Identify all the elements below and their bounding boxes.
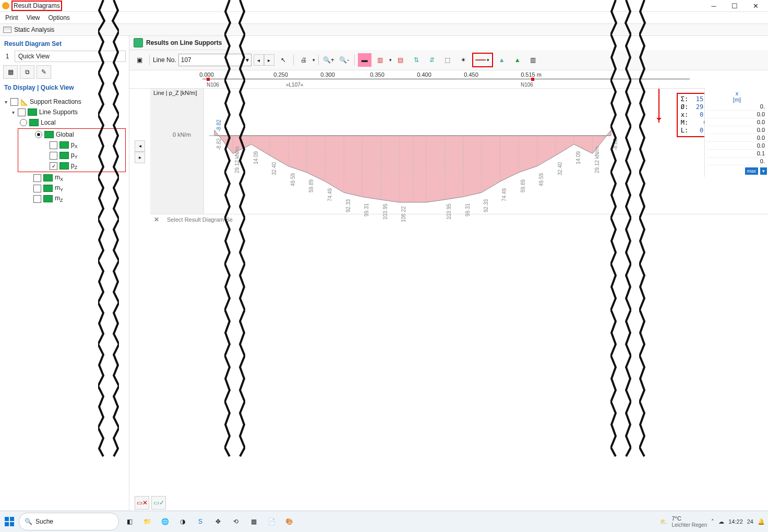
notepad-button[interactable]: 📄	[264, 514, 279, 529]
pick-line-button[interactable]: ↖	[277, 53, 290, 67]
delete-button[interactable]: ▭✕	[135, 496, 149, 510]
taskbar-search[interactable]: 🔍Suche	[19, 513, 119, 530]
cb-my[interactable]	[33, 185, 41, 192]
menu-options[interactable]: Options	[48, 14, 69, 21]
radio-local[interactable]	[20, 119, 27, 126]
tree-local[interactable]: Local	[41, 119, 56, 126]
tool-table[interactable]: ▥	[526, 53, 540, 67]
data-cell[interactable]: 0.0	[707, 118, 767, 126]
tree-mz[interactable]: mZ	[55, 195, 63, 203]
tree-line-supports[interactable]: Line Supports	[39, 108, 78, 116]
data-cell[interactable]: 0.	[707, 158, 767, 165]
minimize-button[interactable]: ─	[703, 0, 724, 11]
tree-support-reactions[interactable]: Support Reactions	[30, 98, 81, 105]
edit-set-button[interactable]: ✎	[37, 65, 51, 79]
tool-dist-4[interactable]: ✶	[457, 53, 470, 67]
app-1[interactable]: ◑	[175, 514, 190, 529]
tool-generic-1[interactable]: ▣	[133, 53, 146, 67]
close-plot-button[interactable]: ✕	[150, 214, 163, 225]
maximize-button[interactable]: ☐	[724, 0, 745, 11]
select-hint[interactable]: Select Result Diagram Se	[163, 214, 237, 225]
tool-hatch[interactable]: ▥	[374, 53, 387, 67]
ruler-t2: 0.350	[370, 71, 385, 78]
mx-icon	[43, 174, 53, 182]
snagit-button[interactable]: S	[193, 514, 208, 529]
cb-px[interactable]	[50, 141, 57, 149]
line-no-combo[interactable]: 107▾	[178, 54, 251, 66]
value-label: 74.49	[501, 188, 507, 201]
my-icon	[43, 185, 53, 192]
tool-dist-1[interactable]: ⇅	[410, 53, 423, 67]
ruler-t0: 0.250	[273, 71, 288, 78]
app-2[interactable]: ▦	[246, 514, 261, 529]
set-prev[interactable]: ◂	[135, 140, 145, 152]
ruler-t3: 0.400	[417, 71, 431, 78]
value-label: 99.31	[364, 203, 369, 216]
menu-view[interactable]: View	[27, 14, 40, 21]
ruler-t1: 0.300	[320, 71, 335, 78]
tool-hatch2[interactable]: ▤	[394, 53, 407, 67]
copy-set-button[interactable]: ⧉	[20, 65, 34, 79]
svg-rect-26	[5, 522, 9, 526]
data-cell[interactable]: 0.0	[707, 111, 767, 118]
edge-button[interactable]: 🌐	[158, 514, 172, 529]
tree-py[interactable]: pY	[71, 151, 78, 160]
py-icon	[59, 152, 69, 159]
line-no-label: Line No.	[153, 56, 176, 64]
new-set-button[interactable]: ▦	[3, 65, 18, 79]
max-button[interactable]: max	[745, 167, 758, 175]
tool-color-1[interactable]: ▬	[358, 53, 371, 67]
notifications-icon[interactable]: 🔔	[758, 518, 765, 525]
filter-button[interactable]: ▾	[760, 167, 767, 175]
close-button[interactable]: ✕	[745, 0, 766, 11]
next-line-button[interactable]: ▸	[264, 54, 274, 66]
weather-icon[interactable]: ⛅	[660, 518, 667, 525]
zoom-out-button[interactable]: 🔍-	[338, 53, 351, 67]
cb-mx[interactable]	[33, 174, 41, 182]
tool-dist-3[interactable]: ⬚	[441, 53, 454, 67]
tree-mx[interactable]: mX	[55, 174, 63, 182]
data-cell[interactable]: 0.	[707, 103, 767, 111]
plot-area[interactable]: 0 kN/m Σ: 15.000 kN Ø: 29.12 kN/m x: 0.2…	[204, 89, 768, 214]
global-icon	[44, 131, 54, 138]
cb-py[interactable]	[50, 152, 57, 160]
tray-chevron[interactable]: ˄	[711, 518, 714, 525]
prev-line-button[interactable]: ◂	[254, 54, 264, 66]
col-h1: x	[707, 90, 767, 96]
tray-weather: Leichter Regen	[671, 522, 707, 528]
tree-my[interactable]: mY	[55, 184, 63, 192]
value-label: 103.95	[446, 203, 452, 220]
set-next[interactable]: ▸	[135, 152, 145, 163]
task-view-button[interactable]: ◧	[122, 514, 137, 529]
cb-mz[interactable]	[33, 195, 41, 203]
teamviewer-button[interactable]: ⟲	[229, 514, 243, 529]
constant-smoothing-button[interactable]: ▾	[472, 53, 493, 67]
tree-pz[interactable]: pZ	[71, 162, 77, 170]
paint-button[interactable]: 🎨	[282, 514, 296, 529]
move-tool[interactable]: ✥	[211, 514, 225, 529]
start-button[interactable]	[3, 515, 16, 528]
explorer-button[interactable]: 📁	[140, 514, 154, 529]
cb-support-reactions[interactable]	[10, 98, 18, 106]
data-cell[interactable]: 0.0	[707, 142, 767, 150]
zoom-in-button[interactable]: 🔍+	[322, 53, 335, 67]
tool-dist-2[interactable]: ⇵	[425, 53, 439, 67]
apply-button[interactable]: ▭✓	[151, 496, 166, 510]
print-button[interactable]: 🖨	[297, 53, 310, 67]
radio-global[interactable]	[35, 131, 42, 138]
data-cell[interactable]: 0.0	[707, 134, 767, 142]
cb-pz[interactable]: ✓	[50, 162, 57, 170]
data-cell[interactable]: 0.0	[707, 126, 767, 134]
ruler-t4: 0.450	[464, 71, 478, 78]
tool-render-2[interactable]: ▲	[511, 53, 524, 67]
menu-print[interactable]: Print	[5, 14, 18, 21]
ruler-start: 0.000	[199, 71, 214, 78]
set-name-field[interactable]: Quick View	[15, 51, 126, 62]
tree-px[interactable]: pX	[71, 141, 78, 149]
data-cell[interactable]: 0.1	[707, 150, 767, 158]
tool-render-1[interactable]: ▲	[495, 53, 509, 67]
cb-line-supports[interactable]	[18, 108, 26, 116]
tray-onedrive[interactable]: ☁	[718, 518, 724, 525]
node-left: N106	[207, 82, 219, 88]
tree-global[interactable]: Global	[56, 131, 74, 138]
